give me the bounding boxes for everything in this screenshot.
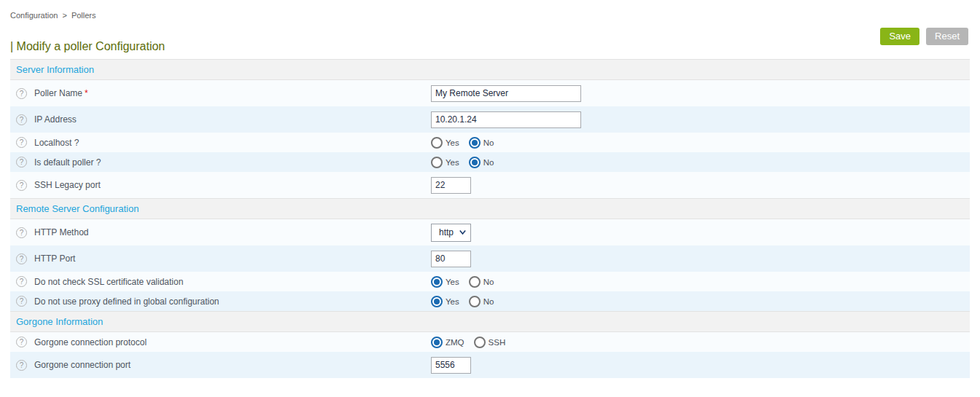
gorgone-connection-port-input[interactable]: [431, 357, 471, 374]
radio-label: No: [483, 278, 494, 286]
field-label: Localhost ?: [34, 138, 79, 148]
radio-dot: [434, 339, 440, 345]
control-cell: http: [431, 224, 471, 242]
radio-icon[interactable]: [469, 157, 481, 168]
breadcrumb: Configuration>Pollers: [0, 0, 980, 20]
reset-button[interactable]: Reset: [926, 28, 968, 45]
label-cell: ?Localhost ?: [10, 137, 431, 148]
label-cell: ?Poller Name*: [10, 88, 431, 99]
section-header-gorgone-information: Gorgone Information: [10, 311, 970, 332]
control-cell: YesNo: [431, 157, 503, 168]
required-asterisk: *: [85, 88, 88, 98]
radio-label: No: [483, 138, 494, 147]
radio-dot: [472, 279, 478, 285]
radio-label: SSH: [489, 338, 506, 347]
help-icon[interactable]: ?: [16, 180, 27, 191]
help-icon[interactable]: ?: [16, 227, 27, 238]
control-cell: ZMQSSH: [431, 337, 515, 348]
help-icon[interactable]: ?: [16, 296, 27, 307]
field-label: HTTP Port: [34, 253, 75, 264]
radio-icon[interactable]: [431, 296, 443, 307]
radio-icon[interactable]: [431, 157, 443, 168]
do-not-check-ssl-certificate-validation-radio-yes[interactable]: Yes: [431, 276, 459, 288]
localhost-radio-yes[interactable]: Yes: [431, 137, 459, 149]
field-label: SSH Legacy port: [34, 180, 101, 190]
action-buttons: Save Reset: [880, 28, 968, 45]
label-cell: ?Gorgone connection port: [10, 360, 431, 371]
field-label: Is default poller ?: [34, 157, 101, 168]
label-cell: ?Is default poller ?: [10, 157, 431, 168]
control-cell: YesNo: [431, 296, 503, 307]
section-title: Server Information: [16, 64, 94, 75]
radio-icon[interactable]: [474, 337, 486, 348]
do-not-use-proxy-defined-in-global-configuration-radio-no[interactable]: No: [469, 296, 494, 307]
radio-label: Yes: [446, 297, 459, 306]
do-not-use-proxy-defined-in-global-configuration-radio-yes[interactable]: Yes: [431, 296, 459, 307]
help-icon[interactable]: ?: [16, 337, 27, 347]
help-icon[interactable]: ?: [16, 253, 27, 264]
radio-icon[interactable]: [431, 276, 443, 288]
control-cell: YesNo: [431, 276, 503, 288]
breadcrumb-separator: >: [62, 11, 66, 20]
is-default-poller-radio-no[interactable]: No: [469, 157, 494, 168]
radio-dot: [434, 160, 440, 165]
localhost-radio-no[interactable]: No: [469, 137, 494, 149]
breadcrumb-item-configuration[interactable]: Configuration: [10, 11, 58, 20]
http-method-select[interactable]: http: [431, 224, 471, 242]
radio-label: Yes: [446, 278, 459, 286]
label-cell: ?SSH Legacy port: [10, 180, 431, 191]
poller-name-input[interactable]: [431, 85, 581, 102]
label-cell: ?Do not check SSL certificate validation: [10, 276, 431, 287]
radio-label: Yes: [446, 138, 459, 147]
gorgone-connection-protocol-radio-zmq[interactable]: ZMQ: [431, 337, 464, 348]
radio-dot: [434, 299, 440, 304]
form-row-http-method: ?HTTP Methodhttp: [10, 219, 970, 245]
radio-icon[interactable]: [431, 337, 443, 348]
is-default-poller-radio-yes[interactable]: Yes: [431, 157, 459, 168]
radio-icon[interactable]: [431, 137, 443, 149]
radio-icon[interactable]: [469, 276, 481, 288]
form-row-ssh-legacy-port: ?SSH Legacy port: [10, 172, 970, 198]
help-icon[interactable]: ?: [16, 114, 27, 125]
field-label: Poller Name: [34, 88, 82, 98]
control-cell: [431, 251, 471, 267]
field-label: Do not use proxy defined in global confi…: [34, 296, 219, 307]
radio-label: ZMQ: [446, 338, 464, 347]
gorgone-connection-protocol-radio-ssh[interactable]: SSH: [474, 337, 506, 348]
radio-label: No: [483, 158, 494, 167]
radio-dot: [472, 140, 478, 146]
http-port-input[interactable]: [431, 251, 471, 267]
field-label: HTTP Method: [34, 227, 88, 237]
radio-label: No: [483, 297, 494, 306]
form-row-poller-name: ?Poller Name*: [10, 80, 970, 106]
page-title: | Modify a poller Configuration: [10, 40, 980, 53]
form-row-http-port: ?HTTP Port: [10, 245, 970, 272]
form-row-do-not-check-ssl-certificate-validation: ?Do not check SSL certificate validation…: [10, 272, 970, 291]
control-cell: YesNo: [431, 137, 503, 149]
help-icon[interactable]: ?: [16, 157, 27, 168]
do-not-check-ssl-certificate-validation-radio-no[interactable]: No: [469, 276, 494, 288]
radio-icon[interactable]: [469, 137, 481, 149]
help-icon[interactable]: ?: [16, 137, 27, 148]
ip-address-input[interactable]: [431, 111, 581, 128]
control-cell: [431, 177, 471, 194]
control-cell: [431, 357, 471, 374]
poller-form: Server Information?Poller Name*?IP Addre…: [10, 59, 970, 378]
section-title: Remote Server Configuration: [16, 203, 139, 214]
form-row-localhost: ?Localhost ?YesNo: [10, 133, 970, 152]
radio-dot: [472, 160, 478, 165]
radio-dot: [434, 279, 440, 285]
form-row-ip-address: ?IP Address: [10, 106, 970, 133]
form-row-is-default-poller: ?Is default poller ?YesNo: [10, 152, 970, 172]
save-button[interactable]: Save: [880, 28, 919, 45]
field-label: Gorgone connection port: [34, 360, 131, 370]
help-icon[interactable]: ?: [16, 360, 27, 371]
ssh-legacy-port-input[interactable]: [431, 177, 471, 194]
help-icon[interactable]: ?: [16, 88, 27, 99]
label-cell: ?HTTP Method: [10, 227, 431, 238]
radio-dot: [472, 299, 478, 304]
help-icon[interactable]: ?: [16, 276, 27, 287]
radio-icon[interactable]: [469, 296, 481, 307]
breadcrumb-item-pollers[interactable]: Pollers: [71, 11, 96, 20]
field-label: Do not check SSL certificate validation: [34, 277, 183, 287]
